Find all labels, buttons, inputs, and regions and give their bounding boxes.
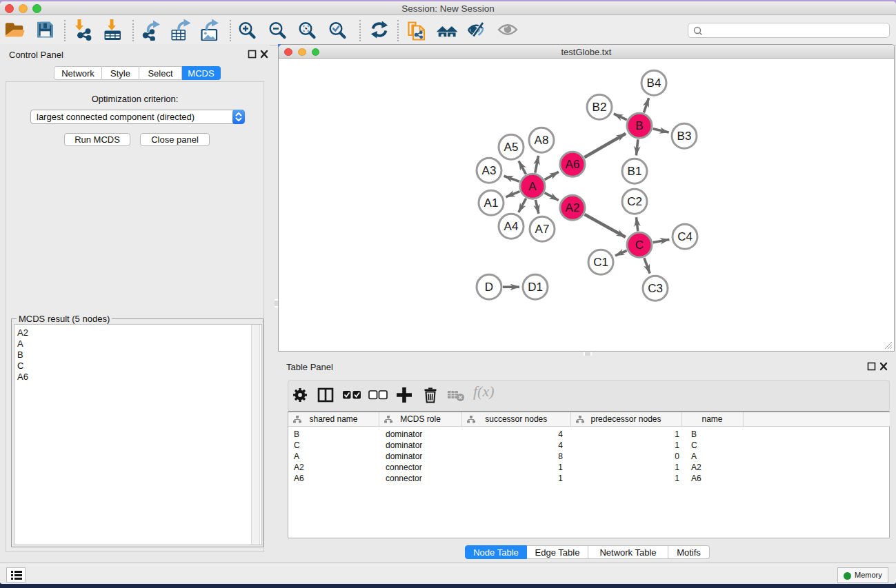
svg-text:B: B	[635, 119, 643, 132]
svg-text:A6: A6	[566, 158, 580, 171]
svg-text:D: D	[485, 281, 493, 294]
svg-text:C1: C1	[593, 256, 608, 269]
svg-text:A8: A8	[535, 134, 549, 147]
svg-text:C3: C3	[648, 282, 663, 295]
svg-text:B4: B4	[647, 77, 661, 90]
svg-text:B3: B3	[677, 130, 692, 143]
svg-text:C: C	[635, 239, 644, 252]
svg-text:B2: B2	[593, 101, 607, 114]
svg-text:A7: A7	[535, 223, 550, 236]
svg-text:A2: A2	[566, 201, 580, 214]
svg-text:B1: B1	[628, 165, 642, 178]
svg-text:A: A	[528, 180, 537, 193]
svg-text:A1: A1	[484, 196, 499, 210]
svg-text:C4: C4	[677, 230, 693, 243]
svg-text:A5: A5	[504, 141, 519, 154]
svg-text:C2: C2	[627, 195, 642, 208]
svg-text:A3: A3	[482, 164, 497, 177]
svg-text:A4: A4	[504, 220, 519, 233]
svg-text:D1: D1	[528, 281, 543, 294]
